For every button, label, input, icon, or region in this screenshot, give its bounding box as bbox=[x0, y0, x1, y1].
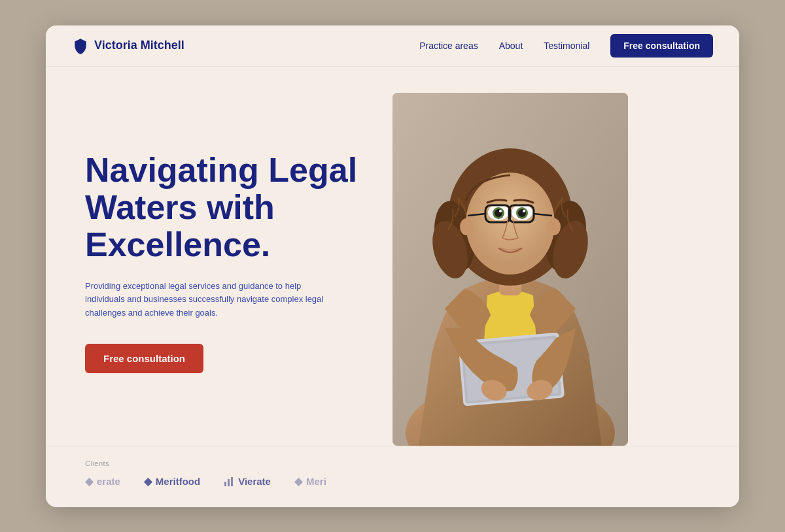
hero-title: Navigating Legal Waters with Excellence. bbox=[85, 152, 379, 264]
meritfood-icon: ◆ bbox=[144, 475, 152, 488]
nav-link-testimonial[interactable]: Testimonial bbox=[544, 41, 589, 51]
clients-section: Clients ◆ erate ◆ Meritfood Vier bbox=[46, 446, 739, 507]
vierate-label: Vierate bbox=[238, 476, 271, 487]
hero-cta-button[interactable]: Free consultation bbox=[85, 344, 203, 373]
client-logo-erate: ◆ erate bbox=[85, 475, 120, 488]
svg-point-11 bbox=[548, 218, 561, 235]
erate-label: erate bbox=[97, 476, 120, 487]
nav-item-about[interactable]: About bbox=[499, 40, 523, 52]
clients-label: Clients bbox=[85, 459, 700, 467]
logo[interactable]: Victoria Mitchell bbox=[72, 37, 184, 54]
svg-rect-31 bbox=[228, 479, 230, 486]
client-logo-meritfood: ◆ Meritfood bbox=[144, 475, 200, 488]
svg-rect-30 bbox=[224, 482, 226, 486]
client-logo-meri: ◆ Meri bbox=[294, 475, 326, 488]
browser-window: Victoria Mitchell Practice areas About T… bbox=[46, 25, 739, 507]
meri-label: Meri bbox=[306, 476, 326, 487]
clients-logos: ◆ erate ◆ Meritfood Vierate ◆ bbox=[85, 475, 700, 488]
vierate-icon bbox=[224, 475, 234, 487]
nav-cta-item[interactable]: Free consultation bbox=[610, 40, 713, 52]
svg-point-10 bbox=[460, 218, 473, 235]
meri-icon: ◆ bbox=[294, 475, 302, 488]
hero-image bbox=[379, 67, 628, 446]
nav-item-practice-areas[interactable]: Practice areas bbox=[419, 40, 478, 52]
nav-links: Practice areas About Testimonial Free co… bbox=[419, 40, 713, 52]
svg-point-9 bbox=[466, 173, 555, 274]
nav-link-about[interactable]: About bbox=[499, 41, 523, 51]
svg-point-18 bbox=[499, 210, 502, 212]
erate-icon: ◆ bbox=[85, 475, 93, 488]
svg-point-19 bbox=[523, 210, 525, 212]
nav-link-practice-areas[interactable]: Practice areas bbox=[419, 41, 478, 51]
client-logo-vierate: Vierate bbox=[224, 475, 271, 487]
hero-section: Navigating Legal Waters with Excellence.… bbox=[46, 67, 739, 446]
brand-name: Victoria Mitchell bbox=[94, 39, 184, 52]
nav-item-testimonial[interactable]: Testimonial bbox=[544, 40, 589, 52]
nav-cta-link[interactable]: Free consultation bbox=[610, 34, 713, 58]
svg-rect-32 bbox=[231, 477, 233, 486]
meritfood-label: Meritfood bbox=[156, 476, 200, 487]
shield-icon bbox=[72, 37, 89, 54]
hero-content: Navigating Legal Waters with Excellence.… bbox=[85, 67, 379, 446]
hero-subtitle: Providing exceptional legal services and… bbox=[85, 280, 334, 320]
hero-photo bbox=[392, 93, 628, 446]
navbar: Victoria Mitchell Practice areas About T… bbox=[46, 25, 739, 67]
